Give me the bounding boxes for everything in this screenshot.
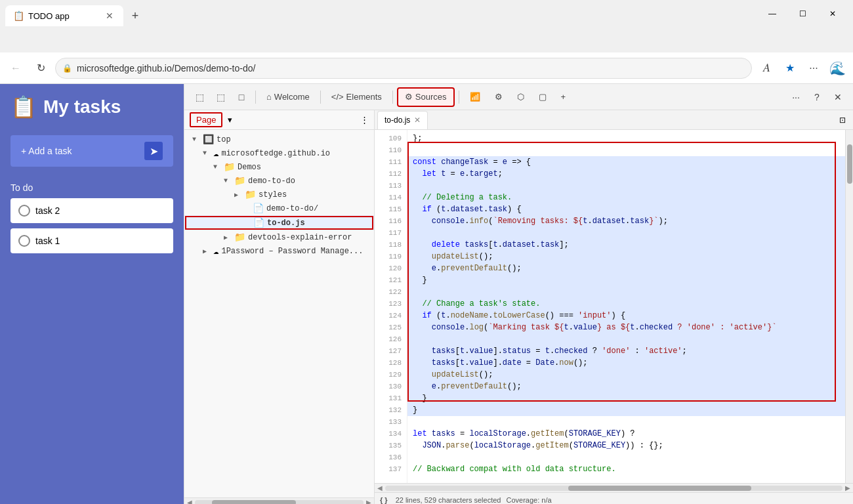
code-statusbar: { } 22 lines, 529 characters selected Co… <box>375 492 853 504</box>
tree-item-to-do-js[interactable]: 📄 to-do.js <box>184 215 374 230</box>
line-num: 119 <box>375 251 407 262</box>
line-num: 117 <box>375 227 407 239</box>
tree-item-domain[interactable]: ▼ ☁ microsoftedge.github.io <box>184 146 374 160</box>
help-button[interactable]: ? <box>807 87 827 107</box>
code-tabs: to-do.js ✕ ⊡ <box>375 110 853 130</box>
active-tab[interactable]: 📋 TODO app ✕ <box>5 5 123 26</box>
hscroll-right-icon[interactable]: ▶ <box>845 484 850 492</box>
tree-item-1password[interactable]: ▶ ☁ 1Password – Password Manage... <box>184 244 374 258</box>
task-item[interactable]: task 2 <box>10 198 173 223</box>
line-num: 118 <box>375 239 407 251</box>
task-item[interactable]: task 1 <box>10 228 173 253</box>
tab-title: TODO app <box>28 11 100 21</box>
back-button[interactable]: ← <box>5 58 26 79</box>
todo-section-label: To do <box>10 182 173 193</box>
new-tab-button[interactable]: + <box>126 7 144 25</box>
tree-item-demo-to-do[interactable]: ▼ 📁 demo-to-do <box>184 174 374 188</box>
close-devtools-button[interactable]: ✕ <box>828 87 848 107</box>
tab-network[interactable]: 📶 <box>463 87 487 107</box>
tree-item-top[interactable]: ▼ 🔲 top <box>184 133 374 146</box>
code-tab-to-do-js[interactable]: to-do.js ✕ <box>377 111 428 129</box>
line-num: 123 <box>375 298 407 310</box>
tab-bar: 📋 TODO app ✕ + — ☐ ✕ <box>0 0 853 26</box>
tree-label: 1Password – Password Manage... <box>221 247 363 256</box>
add-task-button[interactable]: + Add a task ➤ <box>10 135 173 167</box>
tab-welcome[interactable]: ⌂ Welcome <box>260 87 316 107</box>
code-line: e.preventDefault(); <box>407 262 845 274</box>
page-tab[interactable]: Page <box>190 112 222 127</box>
task-checkbox[interactable] <box>18 235 30 247</box>
line-num: 124 <box>375 310 407 322</box>
hscroll-track[interactable] <box>385 486 843 491</box>
device-emulation-button[interactable]: ⬚ <box>211 87 230 107</box>
inspect-element-button[interactable]: ⬚ <box>190 87 209 107</box>
devtools-content: Page ▾ ⋮ ▼ 🔲 top ▼ ☁ <box>184 110 853 504</box>
code-line: tasks[t.value].date = Date.now(); <box>407 357 845 369</box>
hscroll-thumb[interactable] <box>212 500 297 505</box>
task-checkbox[interactable] <box>18 205 30 217</box>
vscroll-thumb[interactable] <box>847 144 852 184</box>
code-hscroll[interactable]: ◀ ▶ <box>375 483 853 492</box>
line-num: 137 <box>375 463 407 475</box>
line-num: 129 <box>375 369 407 381</box>
line-num: 136 <box>375 452 407 463</box>
file-icon: 📄 <box>253 203 264 214</box>
line-num: 130 <box>375 381 407 392</box>
code-content[interactable]: }; const changeTask = e => { let t = e.t… <box>407 130 845 483</box>
tree-item-demos[interactable]: ▼ 📁 Demos <box>184 160 374 174</box>
lock-icon: 🔒 <box>62 64 72 73</box>
sidebar-toggle-button[interactable]: □ <box>232 87 251 107</box>
app-header: 📋 My tasks <box>0 84 184 130</box>
main-content: 📋 My tasks + Add a task ➤ To do task 2 t… <box>0 84 853 504</box>
scroll-right-icon[interactable]: ▶ <box>366 499 371 504</box>
vertical-scrollbar[interactable] <box>845 130 853 483</box>
code-line: if (t.dataset.task) { <box>407 203 845 215</box>
folder-icon: 📁 <box>224 161 235 173</box>
more-button[interactable]: ··· <box>803 58 824 79</box>
address-bar: ← ↻ 🔒 microsoftedge.github.io/Demos/demo… <box>0 52 853 84</box>
file-tree-more-button[interactable]: ⋮ <box>360 115 369 125</box>
favorites-button[interactable]: ★ <box>780 58 801 79</box>
refresh-button[interactable]: ↻ <box>30 58 51 79</box>
code-expand-button[interactable]: ⊡ <box>835 112 850 128</box>
hscroll-left-icon[interactable]: ◀ <box>377 484 383 492</box>
minimize-button[interactable]: — <box>757 4 787 24</box>
tab-elements[interactable]: </> Elements <box>325 87 388 107</box>
tab-memory[interactable]: ⬡ <box>510 87 531 107</box>
tree-arrow-icon: ▶ <box>203 247 211 255</box>
file-tree-hscroll[interactable]: ◀ ▶ <box>184 497 374 504</box>
tree-arrow-icon: ▶ <box>224 234 232 242</box>
tree-item-demo-to-do-file[interactable]: 📄 demo-to-do/ <box>184 201 374 215</box>
code-line: e.preventDefault(); <box>407 381 845 392</box>
tab-close-button[interactable]: ✕ <box>104 10 115 22</box>
scroll-left-icon[interactable]: ◀ <box>187 499 192 504</box>
hscroll-thumb[interactable] <box>568 486 751 491</box>
tree-arrow-icon: ▼ <box>192 136 200 143</box>
tab-performance[interactable]: ⚙ <box>488 87 509 107</box>
page-dropdown-button[interactable]: ▾ <box>228 115 232 125</box>
read-aloud-button[interactable]: 𝐴 <box>756 58 777 79</box>
title-bar: 📋 TODO app ✕ + — ☐ ✕ <box>0 0 853 26</box>
cloud-icon: ☁ <box>213 148 218 159</box>
line-num: 116 <box>375 215 407 227</box>
code-tab-label: to-do.js <box>385 116 410 125</box>
url-bar[interactable]: 🔒 microsoftedge.github.io/Demos/demo-to-… <box>55 58 752 79</box>
line-num: 120 <box>375 262 407 274</box>
close-button[interactable]: ✕ <box>818 4 848 24</box>
tab-add[interactable]: + <box>554 87 573 107</box>
more-tools-button[interactable]: ··· <box>786 87 806 107</box>
maximize-button[interactable]: ☐ <box>787 4 818 24</box>
file-tree-header: Page ▾ ⋮ <box>184 110 374 130</box>
status-coverage: Coverage: n/a <box>506 496 551 504</box>
code-line <box>407 333 845 345</box>
url-text: microsoftedge.github.io/Demos/demo-to-do… <box>77 63 255 74</box>
line-num: 132 <box>375 404 407 416</box>
tab-sources[interactable]: ⚙ Sources <box>397 87 455 107</box>
toolbar-separator <box>459 91 459 104</box>
tree-item-devtools-explain-error[interactable]: ▶ 📁 devtools-explain-error <box>184 230 374 244</box>
code-tab-close-button[interactable]: ✕ <box>414 116 421 125</box>
edge-logo: 🌊 <box>827 58 848 79</box>
application-icon: ▢ <box>539 92 547 102</box>
tree-item-styles[interactable]: ▶ 📁 styles <box>184 188 374 201</box>
tab-application[interactable]: ▢ <box>532 87 553 107</box>
